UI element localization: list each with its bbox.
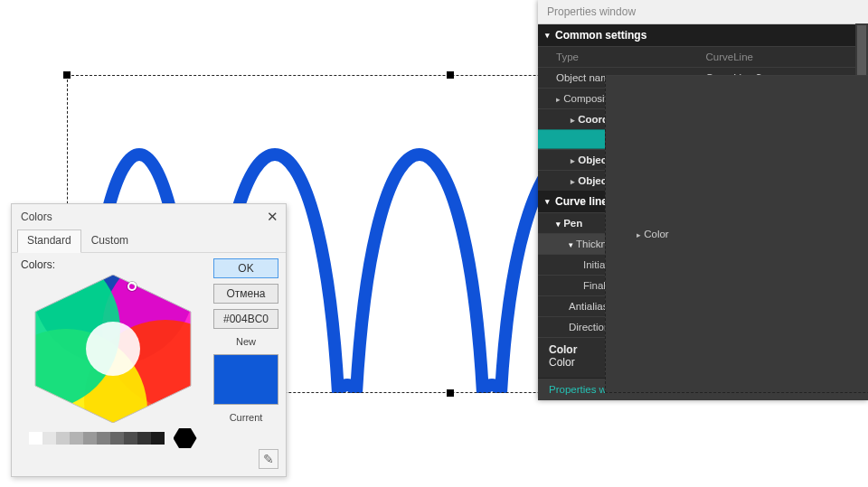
selection-handle-n[interactable] xyxy=(447,71,454,79)
color-wheel-cursor[interactable] xyxy=(127,282,137,291)
tab-standard[interactable]: Standard xyxy=(17,229,81,253)
row-type: Type CurveLine xyxy=(538,46,868,67)
chevron-down-icon: ▾ xyxy=(545,31,550,40)
property-description-text: Color xyxy=(549,356,575,369)
row-color[interactable]: ▸ Color 0; 75; 192 …✎ xyxy=(605,75,868,393)
chevron-down-icon: ▾ xyxy=(569,240,573,249)
new-swatch-label: New xyxy=(213,336,278,347)
cancel-button[interactable]: Отмена xyxy=(213,284,278,304)
row-type-value: CurveLine xyxy=(699,47,860,67)
eyedropper-icon[interactable]: ✎ xyxy=(259,449,278,469)
gray-strip[interactable] xyxy=(21,428,204,448)
chevron-right-icon: ▸ xyxy=(637,230,641,239)
current-swatch-label: Current xyxy=(213,412,278,423)
color-dialog-title: Colors xyxy=(21,211,52,223)
chevron-right-icon: ▸ xyxy=(556,95,561,104)
properties-panel-title: Properties window xyxy=(538,0,868,24)
selection-handle-nw[interactable] xyxy=(63,71,71,79)
row-pen-label: Pen xyxy=(563,218,582,229)
new-color-swatch xyxy=(213,354,278,405)
close-icon[interactable]: ✕ xyxy=(267,209,278,225)
color-hex-wheel[interactable] xyxy=(30,275,196,423)
svg-point-7 xyxy=(86,322,140,376)
tab-custom[interactable]: Custom xyxy=(81,229,138,253)
section-common-label: Common settings xyxy=(555,29,646,42)
ok-button[interactable]: OK xyxy=(213,258,278,278)
chevron-right-icon: ▸ xyxy=(571,116,575,125)
black-hex-icon[interactable] xyxy=(174,428,197,448)
color-dialog: Colors ✕ Standard Custom Colors: xyxy=(11,203,287,477)
row-type-label: Type xyxy=(538,47,699,67)
chevron-right-icon: ▸ xyxy=(571,177,575,186)
colors-label: Colors: xyxy=(21,258,204,271)
chevron-down-icon: ▾ xyxy=(556,220,561,229)
color-dialog-tabs: Standard Custom xyxy=(12,229,286,253)
selection-handle-s[interactable] xyxy=(447,389,454,397)
section-common-settings[interactable]: ▾ Common settings xyxy=(538,24,868,46)
properties-panel: Properties window ▾ Common settings Type… xyxy=(538,0,868,400)
chevron-down-icon: ▾ xyxy=(545,197,550,206)
chevron-right-icon: ▸ xyxy=(571,156,575,165)
row-color-label: Color xyxy=(644,229,668,239)
hex-value-field[interactable]: #004BC0 xyxy=(213,309,278,329)
